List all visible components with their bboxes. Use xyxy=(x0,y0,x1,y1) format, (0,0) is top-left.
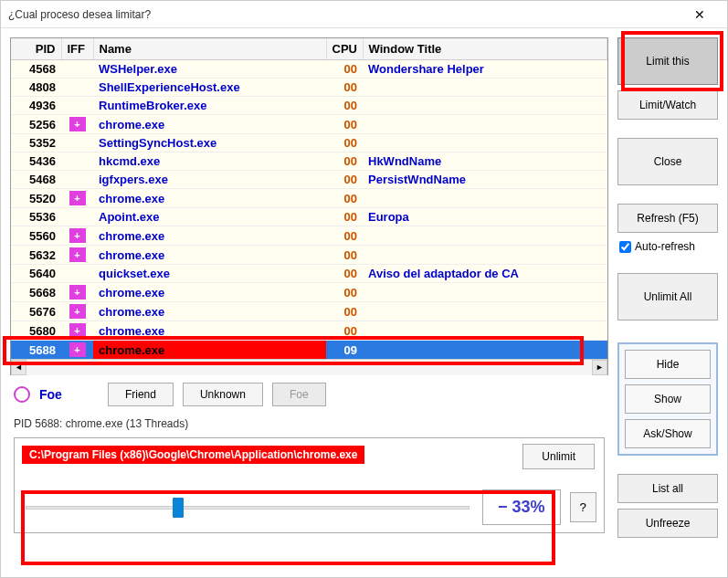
iff-plus-icon: + xyxy=(69,191,86,205)
close-button[interactable]: Close xyxy=(617,138,718,185)
limit-slider[interactable] xyxy=(26,506,470,510)
table-row[interactable]: 5536Apoint.exe00Europa xyxy=(11,208,607,226)
limit-this-button[interactable]: Limit this xyxy=(617,37,718,85)
table-row[interactable]: 4568WSHelper.exe00Wondershare Helper xyxy=(11,60,607,79)
iff-plus-icon: + xyxy=(69,304,86,319)
table-row[interactable]: 4808ShellExperienceHost.exe00 xyxy=(11,79,607,97)
col-pid[interactable]: PID xyxy=(11,38,61,60)
iff-plus-icon: + xyxy=(69,247,86,262)
table-row[interactable]: 5688+chrome.exe09 xyxy=(11,341,607,360)
col-wtitle[interactable]: Window Title xyxy=(363,38,607,60)
col-name[interactable]: Name xyxy=(93,38,326,60)
refresh-button[interactable]: Refresh (F5) xyxy=(617,204,718,233)
visibility-group: Hide Show Ask/Show xyxy=(617,342,718,456)
table-row[interactable]: 5468igfxpers.exe00PersistWndName xyxy=(11,171,607,189)
scroll-left-icon[interactable]: ◄ xyxy=(11,360,26,375)
horizontal-scrollbar[interactable]: ◄ ► xyxy=(11,359,607,374)
foe-indicator-icon xyxy=(14,386,30,403)
foe-button[interactable]: Foe xyxy=(272,383,326,406)
iff-plus-icon: + xyxy=(69,342,86,357)
table-row[interactable]: 5352SettingSyncHost.exe00 xyxy=(11,134,607,152)
hide-button[interactable]: Hide xyxy=(625,350,711,379)
unlimit-button[interactable]: Unlimit xyxy=(522,444,595,469)
slider-thumb[interactable] xyxy=(173,498,184,518)
help-button[interactable]: ? xyxy=(570,492,596,522)
col-cpu[interactable]: CPU xyxy=(326,38,363,60)
auto-refresh-checkbox[interactable]: Auto-refresh xyxy=(617,238,718,255)
iff-plus-icon: + xyxy=(69,285,86,300)
table-row[interactable]: 4936RuntimeBroker.exe00 xyxy=(11,97,607,115)
unlimit-all-button[interactable]: Unlimit All xyxy=(617,273,718,321)
table-row[interactable]: 5676+chrome.exe00 xyxy=(11,302,607,321)
ask-show-button[interactable]: Ask/Show xyxy=(625,419,711,448)
iff-plus-icon: + xyxy=(69,117,86,131)
titlebar: ¿Cual proceso desea limitar? ✕ xyxy=(1,1,727,28)
show-button[interactable]: Show xyxy=(625,384,711,414)
table-row[interactable]: 5668+chrome.exe00 xyxy=(11,283,607,302)
iff-plus-icon: + xyxy=(69,228,86,243)
unfreeze-button[interactable]: Unfreeze xyxy=(617,509,718,538)
table-row[interactable]: 5640quickset.exe00Aviso del adaptador de… xyxy=(11,265,607,283)
col-iff[interactable]: IFF xyxy=(61,38,93,60)
list-all-button[interactable]: List all xyxy=(617,474,718,503)
iff-plus-icon: + xyxy=(69,323,86,338)
iff-row: Foe Friend Unknown Foe xyxy=(10,375,608,414)
table-row[interactable]: 5520+chrome.exe00 xyxy=(11,189,607,208)
detail-panel: C:\Program Files (x86)\Google\Chrome\App… xyxy=(14,437,605,533)
table-header-row: PID IFF Name CPU Window Title xyxy=(11,38,607,60)
table-row[interactable]: 5560+chrome.exe00 xyxy=(11,226,607,246)
scroll-right-icon[interactable]: ► xyxy=(592,360,607,375)
process-info-line: PID 5688: chrome.exe (13 Threads) xyxy=(10,414,608,434)
side-panel: Limit this Limit/Watch Close Refresh (F5… xyxy=(617,28,727,577)
friend-button[interactable]: Friend xyxy=(108,383,174,406)
process-table: PID IFF Name CPU Window Title 4568WSHelp… xyxy=(10,37,608,375)
foe-label: Foe xyxy=(39,387,62,402)
limit-percent: − 33% xyxy=(482,489,561,525)
window-title: ¿Cual proceso desea limitar? xyxy=(8,8,679,21)
process-path: C:\Program Files (x86)\Google\Chrome\App… xyxy=(22,446,364,464)
limit-watch-button[interactable]: Limit/Watch xyxy=(617,90,718,120)
table-row[interactable]: 5436hkcmd.exe00HkWndName xyxy=(11,152,607,171)
close-icon[interactable]: ✕ xyxy=(679,2,720,27)
table-row[interactable]: 5680+chrome.exe00 xyxy=(11,321,607,341)
unknown-button[interactable]: Unknown xyxy=(183,383,263,406)
table-row[interactable]: 5256+chrome.exe00 xyxy=(11,115,607,134)
table-row[interactable]: 5632+chrome.exe00 xyxy=(11,246,607,265)
